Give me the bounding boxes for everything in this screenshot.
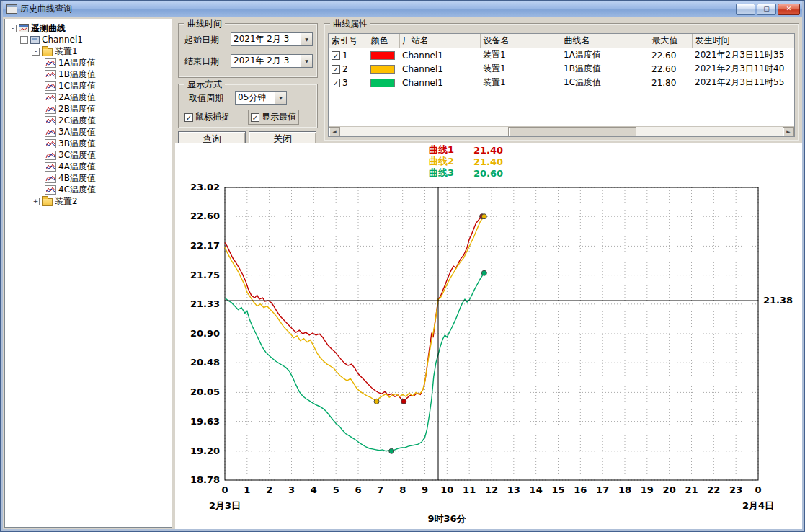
folder-open-icon xyxy=(42,48,53,56)
row-curve: 1C温度值 xyxy=(561,76,649,89)
row-curve: 1A温度值 xyxy=(561,48,649,63)
end-date-select[interactable]: 2021年 2月 3 ▼ xyxy=(231,54,313,68)
period-label: 取值周期 xyxy=(189,92,223,105)
chevron-down-icon[interactable]: ▼ xyxy=(301,55,312,67)
col-time[interactable]: 发生时间 xyxy=(692,34,795,48)
curve-icon xyxy=(45,139,56,148)
svg-text:13: 13 xyxy=(507,484,520,495)
legend-value: 21.40 xyxy=(473,145,503,156)
table-header-row: 索引号 颜色 厂站名 设备名 曲线名 最大值 发生时间 xyxy=(329,34,795,48)
tree-item-curve[interactable]: 3B温度值 xyxy=(6,138,170,149)
row-index: 2 xyxy=(342,64,348,74)
row-checkbox[interactable]: ✓ xyxy=(332,51,340,60)
svg-text:15: 15 xyxy=(551,484,564,495)
tree-item-curve[interactable]: 3C温度值 xyxy=(6,149,170,161)
start-date-select[interactable]: 2021年 2月 3 ▼ xyxy=(231,32,313,46)
maximize-button[interactable]: ▢ xyxy=(757,4,776,15)
tree-item-curve[interactable]: 1B温度值 xyxy=(6,68,170,80)
tree-item-channel1[interactable]: - Channel1 xyxy=(6,34,170,45)
tree-curve-label: 2B温度值 xyxy=(58,103,96,115)
scrollbar-track[interactable] xyxy=(340,127,783,136)
table-row[interactable]: ✓2 Channel1 装置1 1B温度值 22.60 2021年2月3日11时… xyxy=(329,62,795,76)
svg-text:9时36分: 9时36分 xyxy=(427,513,466,524)
show-extremes-checkbox[interactable]: ✓ 显示最值 xyxy=(248,110,299,125)
legend-value: 20.60 xyxy=(473,168,503,179)
svg-text:7: 7 xyxy=(377,484,383,495)
svg-text:19: 19 xyxy=(641,484,654,495)
tree-item-curve[interactable]: 2A温度值 xyxy=(6,92,170,103)
chart-legend: 曲线1 21.40 曲线2 21.40 曲线3 20.60 xyxy=(429,144,503,179)
tree-item-curve[interactable]: 1A温度值 xyxy=(6,57,170,68)
table-row[interactable]: ✓1 Channel1 装置1 1A温度值 22.60 2021年2月3日11时… xyxy=(329,48,795,63)
scroll-right-icon[interactable]: ► xyxy=(783,127,794,136)
svg-text:20.05: 20.05 xyxy=(190,386,220,397)
title-bar: 历史曲线查询 — ▢ ✕ xyxy=(3,1,802,17)
svg-text:23: 23 xyxy=(729,484,742,495)
row-device: 装置1 xyxy=(480,62,561,76)
col-index[interactable]: 索引号 xyxy=(329,34,368,48)
svg-text:12: 12 xyxy=(485,484,498,495)
col-max[interactable]: 最大值 xyxy=(649,34,692,48)
curve-icon xyxy=(45,162,56,172)
curve-icon xyxy=(45,58,56,68)
tree-item-curve[interactable]: 2B温度值 xyxy=(6,103,170,115)
tree-item-curve[interactable]: 4A温度值 xyxy=(6,161,170,172)
scroll-left-icon[interactable]: ◄ xyxy=(329,127,340,136)
legend-curve2: 曲线2 21.40 xyxy=(429,156,503,167)
svg-text:23.02: 23.02 xyxy=(190,182,220,192)
tree-item-device1[interactable]: - 装置1 xyxy=(6,45,170,57)
tree-curve-label: 3B温度值 xyxy=(58,138,96,150)
mouse-capture-checkbox[interactable]: ✓ 鼠标捕捉 xyxy=(184,111,230,123)
legend-curve1: 曲线1 21.40 xyxy=(429,144,503,156)
minimize-button[interactable]: — xyxy=(736,4,755,15)
close-window-button[interactable]: ✕ xyxy=(778,4,800,15)
svg-text:20: 20 xyxy=(663,484,676,495)
col-curve[interactable]: 曲线名 xyxy=(561,34,649,48)
col-color[interactable]: 颜色 xyxy=(368,34,399,48)
chevron-down-icon[interactable]: ▼ xyxy=(301,33,312,45)
period-value: 05分钟 xyxy=(236,92,275,104)
tree-item-curve[interactable]: 3A温度值 xyxy=(6,126,170,138)
collapse-icon[interactable]: - xyxy=(20,36,28,44)
checkbox-checked-icon[interactable]: ✓ xyxy=(251,113,259,122)
history-curve-chart[interactable]: 23.0222.6022.1721.7521.3320.9020.4820.05… xyxy=(175,179,802,528)
tree-item-curve[interactable]: 1C温度值 xyxy=(6,80,170,92)
svg-text:6: 6 xyxy=(355,484,361,495)
svg-text:16: 16 xyxy=(574,484,587,495)
tree-item-root[interactable]: - 遥测曲线 xyxy=(6,22,170,34)
curve-properties-group-title: 曲线属性 xyxy=(330,18,370,30)
curve-properties-table: 索引号 颜色 厂站名 设备名 曲线名 最大值 发生时间 ✓1 xyxy=(328,33,795,137)
row-max: 22.60 xyxy=(649,62,692,76)
period-select[interactable]: 05分钟 ▼ xyxy=(235,91,287,105)
tree-channel-label: Channel1 xyxy=(42,35,83,45)
tree-item-curve[interactable]: 4C温度值 xyxy=(6,184,170,195)
checkbox-checked-icon[interactable]: ✓ xyxy=(184,113,193,122)
legend-curve3: 曲线3 20.60 xyxy=(429,167,503,179)
chevron-down-icon[interactable]: ▼ xyxy=(275,92,286,104)
curve-tree: - 遥测曲线 - Channel1 - 装置1 1A温度值 1B温度值 1C温度… xyxy=(4,19,172,528)
row-checkbox[interactable]: ✓ xyxy=(332,79,340,87)
tree-curve-label: 4C温度值 xyxy=(58,184,96,196)
row-device: 装置1 xyxy=(480,76,561,89)
svg-text:10: 10 xyxy=(440,484,453,495)
expand-icon[interactable]: + xyxy=(32,198,40,205)
table-row[interactable]: ✓3 Channel1 装置1 1C温度值 21.80 2021年2月3日11时… xyxy=(329,76,795,89)
curve-properties-group: 曲线属性 索引号 颜色 厂站名 设备名 曲线名 最大值 xyxy=(324,23,799,141)
svg-text:20.48: 20.48 xyxy=(190,357,220,368)
svg-text:21.75: 21.75 xyxy=(190,270,220,280)
tree-item-curve[interactable]: 2C温度值 xyxy=(6,115,170,126)
horizontal-scrollbar[interactable]: ◄ ► xyxy=(329,126,794,136)
tree-item-device2[interactable]: + 装置2 xyxy=(6,195,170,207)
start-date-label: 起始日期 xyxy=(184,34,219,46)
tree-item-curve[interactable]: 4B温度值 xyxy=(6,172,170,184)
row-curve: 1B温度值 xyxy=(561,62,649,76)
tree-curve-label: 4B温度值 xyxy=(58,172,96,185)
scrollbar-thumb[interactable] xyxy=(508,127,636,136)
col-device[interactable]: 设备名 xyxy=(480,34,561,48)
row-checkbox[interactable]: ✓ xyxy=(332,65,340,74)
collapse-icon[interactable]: - xyxy=(32,48,40,56)
row-station: Channel1 xyxy=(399,76,480,89)
col-station[interactable]: 厂站名 xyxy=(399,34,480,48)
curve-icon xyxy=(45,185,56,195)
collapse-icon[interactable]: - xyxy=(9,25,17,32)
